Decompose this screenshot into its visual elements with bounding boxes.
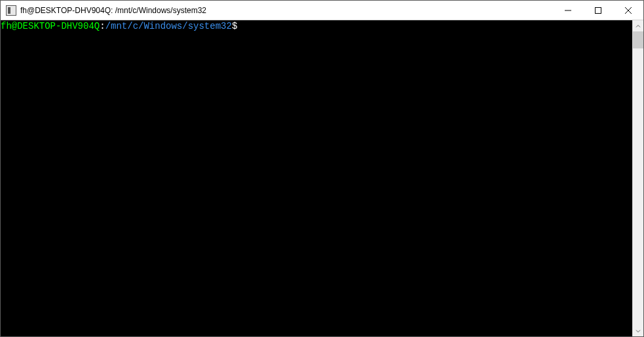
app-icon bbox=[6, 5, 16, 16]
minimize-button[interactable] bbox=[553, 1, 583, 20]
scroll-thumb[interactable] bbox=[633, 31, 643, 48]
window-controls bbox=[553, 1, 643, 20]
scroll-track[interactable] bbox=[633, 31, 643, 325]
content-area: fh@DESKTOP-DHV904Q:/mnt/c/Windows/system… bbox=[1, 20, 643, 336]
prompt-path: /mnt/c/Windows/system32 bbox=[105, 21, 232, 31]
prompt-line: fh@DESKTOP-DHV904Q:/mnt/c/Windows/system… bbox=[1, 21, 632, 31]
titlebar[interactable]: fh@DESKTOP-DHV904Q: /mnt/c/Windows/syste… bbox=[1, 1, 643, 20]
scroll-up-button[interactable] bbox=[633, 20, 643, 31]
prompt-userhost: fh@DESKTOP-DHV904Q bbox=[1, 21, 100, 31]
window-title: fh@DESKTOP-DHV904Q: /mnt/c/Windows/syste… bbox=[20, 6, 553, 15]
prompt-dollar: $ bbox=[232, 21, 237, 31]
maximize-button[interactable] bbox=[583, 1, 613, 20]
prompt-colon: : bbox=[100, 21, 105, 31]
vertical-scrollbar[interactable] bbox=[632, 20, 643, 336]
chevron-up-icon bbox=[635, 24, 641, 29]
terminal-window: fh@DESKTOP-DHV904Q: /mnt/c/Windows/syste… bbox=[0, 0, 644, 337]
svg-rect-1 bbox=[596, 7, 601, 13]
minimize-icon bbox=[565, 7, 571, 14]
terminal-body[interactable]: fh@DESKTOP-DHV904Q:/mnt/c/Windows/system… bbox=[1, 20, 632, 336]
scroll-down-button[interactable] bbox=[633, 325, 643, 336]
maximize-icon bbox=[595, 7, 601, 14]
close-icon bbox=[625, 7, 632, 14]
close-button[interactable] bbox=[613, 1, 643, 20]
chevron-down-icon bbox=[635, 328, 641, 334]
